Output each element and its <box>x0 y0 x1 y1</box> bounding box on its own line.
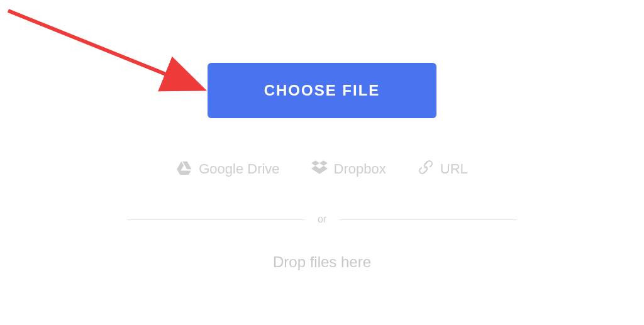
source-google-drive[interactable]: Google Drive <box>176 159 279 179</box>
source-label: URL <box>440 161 468 177</box>
source-url[interactable]: URL <box>418 159 468 179</box>
divider-or-label: or <box>318 214 326 225</box>
choose-file-button[interactable]: CHOOSE FILE <box>208 63 437 118</box>
source-label: Google Drive <box>199 161 279 177</box>
divider-line-left <box>127 219 305 220</box>
divider: or <box>127 214 517 225</box>
source-label: Dropbox <box>334 161 386 177</box>
divider-line-right <box>339 219 517 220</box>
link-icon <box>418 159 434 179</box>
source-dropbox[interactable]: Dropbox <box>311 159 386 179</box>
drop-zone-text[interactable]: Drop files here <box>273 253 371 271</box>
dropbox-icon <box>311 159 328 179</box>
source-options: Google Drive Dropbox URL <box>176 159 468 179</box>
google-drive-icon <box>176 159 192 179</box>
